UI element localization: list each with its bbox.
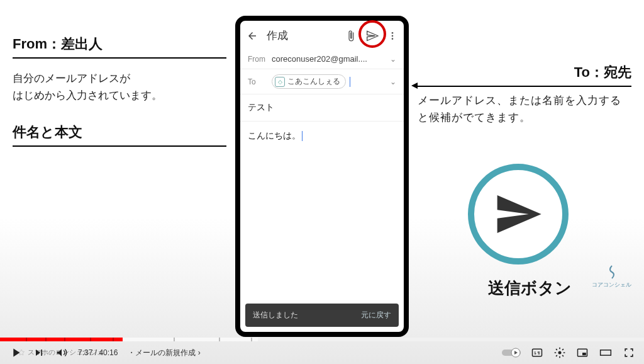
video-controls: 7:37 / 40:16 ・メールの新規作成 › [0, 341, 644, 364]
body-field[interactable]: こんにちは。 [240, 122, 404, 151]
next-button[interactable] [33, 346, 45, 359]
send-button[interactable] [366, 30, 379, 42]
brand-logo: コアコンシェル [592, 264, 631, 289]
svg-point-2 [392, 38, 394, 40]
send-button-illustration [468, 164, 569, 264]
annotation-from-desc: 自分のメールアドレスが はじめから入力されています。 [13, 70, 226, 104]
slide-content: From：差出人 自分のメールアドレスが はじめから入力されています。 件名と本… [0, 0, 644, 341]
body-text: こんにちは。 [248, 130, 301, 140]
contact-badge-icon: ◇ [275, 77, 285, 87]
recipient-chip-label: こあこんしぇる [287, 76, 340, 87]
brand-logo-text: コアコンシェル [592, 281, 631, 289]
chapter-title[interactable]: ・メールの新規作成 › [128, 348, 200, 358]
theater-button[interactable] [599, 346, 613, 359]
send-button-label: 送信ボタン [488, 277, 572, 299]
snackbar-message: 送信しました [253, 310, 298, 321]
captions-button[interactable] [531, 346, 543, 359]
autoplay-toggle[interactable] [502, 348, 521, 358]
annotation-from-title: From：差出人 [13, 35, 226, 59]
snackbar: 送信しました 元に戻す [245, 304, 399, 327]
time-current: 7:37 [78, 348, 92, 357]
time-display: 7:37 / 40:16 [78, 348, 118, 357]
annotation-to: To：宛先 メールアドレス、または名前を入力すると候補がでてきます。 [418, 63, 631, 126]
svg-point-0 [392, 32, 394, 34]
settings-button[interactable] [553, 346, 566, 359]
send-icon [493, 189, 543, 239]
miniplayer-button[interactable] [576, 346, 589, 359]
to-label: To [248, 77, 272, 86]
svg-rect-8 [582, 353, 586, 355]
attach-icon[interactable] [345, 30, 357, 42]
annotation-to-title: To：宛先 [418, 63, 631, 87]
volume-button[interactable] [55, 346, 68, 359]
annotation-subject-body: 件名と本文 [13, 123, 226, 147]
fullscreen-button[interactable] [623, 346, 635, 359]
arrow-left-icon [411, 82, 418, 89]
from-row[interactable]: From coreconuser202@gmail.... ⌄ [240, 49, 404, 69]
chevron-right-icon: › [198, 348, 201, 357]
annotation-subject-body-title: 件名と本文 [13, 123, 226, 147]
chevron-down-icon: ⌄ [390, 55, 396, 64]
to-row[interactable]: To ◇ こあこんしぇる ⌄ [240, 69, 404, 94]
text-cursor [350, 77, 350, 87]
compose-title: 作成 [267, 28, 336, 43]
from-label: From [248, 55, 272, 64]
annotation-to-title-text: To：宛先 [574, 64, 631, 80]
snackbar-undo[interactable]: 元に戻す [361, 310, 391, 321]
subject-field[interactable]: テスト [240, 94, 404, 122]
chevron-down-icon: ⌄ [390, 77, 396, 86]
chapter-bullet: ・ [128, 348, 135, 357]
svg-point-1 [392, 35, 394, 37]
back-icon[interactable] [247, 30, 258, 42]
recipient-chip[interactable]: ◇ こあこんしぇる [272, 74, 346, 89]
svg-rect-9 [601, 350, 611, 355]
svg-rect-5 [533, 349, 542, 356]
from-value: coreconuser202@gmail.... [272, 54, 390, 64]
phone-mockup: 作成 From coreconuser202@gmail.... ⌄ To ◇ … [235, 16, 409, 337]
compose-header: 作成 [240, 21, 404, 49]
svg-point-6 [558, 351, 562, 355]
chapter-title-text: メールの新規作成 [135, 348, 196, 357]
text-cursor [302, 131, 303, 141]
time-total: 40:16 [99, 348, 118, 357]
more-icon[interactable] [387, 31, 397, 41]
annotation-to-desc: メールアドレス、または名前を入力すると候補がでてきます。 [418, 92, 631, 126]
annotation-from: From：差出人 自分のメールアドレスが はじめから入力されています。 [13, 35, 226, 104]
play-button[interactable] [9, 346, 23, 360]
